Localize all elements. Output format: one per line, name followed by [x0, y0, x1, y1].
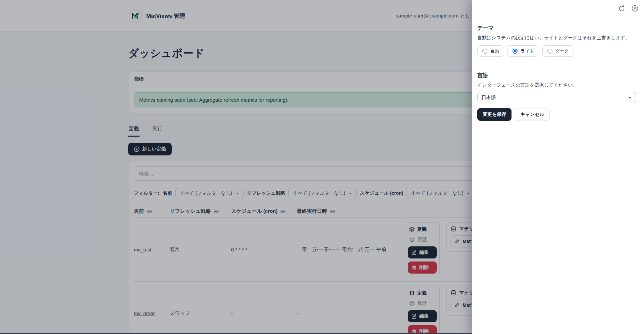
theme-option-label: ダーク	[555, 48, 569, 54]
language-select[interactable]: 日本語 ▼	[477, 92, 636, 103]
close-icon	[631, 5, 639, 12]
radio-checked-icon	[513, 49, 518, 54]
theme-option-dark[interactable]: ダーク	[542, 45, 574, 57]
language-description: インターフェースの言語を選択してください。	[477, 82, 636, 88]
radio-icon	[547, 49, 552, 54]
chevron-down-icon: ▼	[628, 96, 632, 99]
theme-option-auto[interactable]: 自動	[477, 45, 504, 57]
language-section-title: 言語	[477, 72, 636, 79]
close-button[interactable]	[631, 4, 639, 13]
theme-radio-group: 自動 ライト ダーク	[477, 45, 636, 57]
cancel-button[interactable]: キャンセル	[515, 108, 550, 121]
theme-option-label: ライト	[521, 48, 534, 54]
refresh-icon	[618, 5, 625, 12]
save-changes-button[interactable]: 変更を保存	[477, 108, 512, 121]
theme-section-title: テーマ	[477, 25, 636, 32]
radio-icon	[482, 49, 487, 54]
language-selected-value: 日本語	[482, 95, 496, 101]
theme-description: 自動はシステムの設定に従い、ライトとダークはそれを上書きします。	[477, 35, 636, 41]
settings-drawer: テーマ 自動はシステムの設定に従い、ライトとダークはそれを上書きします。 自動 …	[472, 0, 644, 334]
theme-option-light[interactable]: ライト	[507, 45, 539, 57]
theme-option-label: 自動	[490, 48, 499, 54]
reset-button[interactable]	[617, 4, 626, 13]
